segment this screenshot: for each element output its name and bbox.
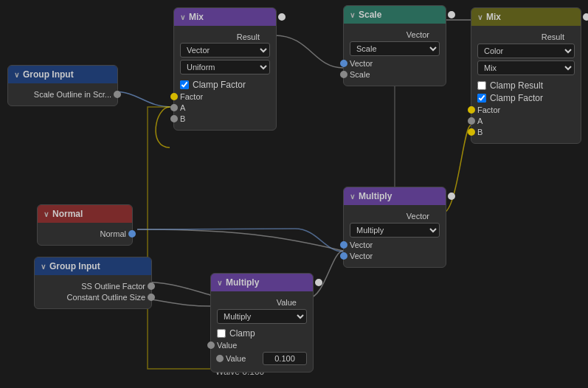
normal-output-row: Normal: [44, 229, 126, 238]
normal-output-label: Normal: [100, 229, 126, 238]
scale-vector-in-label: Vector: [350, 59, 373, 68]
group-input-1-title: Group Input: [23, 69, 74, 80]
constant-outline-label: Constant Outline Size: [67, 293, 145, 302]
mix1-a-row: A: [180, 103, 270, 112]
group-input-node-1: ∨ Group Input Scale Outline in Scr...: [7, 65, 118, 106]
mix2-factor-row: Factor: [477, 105, 575, 114]
multiply1-vec1-socket[interactable]: [340, 241, 347, 249]
multiply2-result-socket[interactable]: [315, 279, 322, 286]
mix2-result-socket[interactable]: [583, 13, 588, 21]
mix1-factor-socket[interactable]: [170, 93, 178, 100]
mix2-clamp-result-checkbox[interactable]: [477, 81, 486, 90]
mix2-dropdown-2[interactable]: Mix: [477, 60, 575, 75]
mix-node-2-title: Mix: [486, 12, 501, 22]
multiply2-result-row: Value: [217, 298, 307, 307]
multiply2-value-num-socket[interactable]: [216, 355, 224, 362]
mix-node-1-header: ∨ Mix: [174, 8, 276, 26]
scale-vector-socket[interactable]: [340, 60, 347, 67]
group-input-node-2: ∨ Group Input SS Outline Factor Constant…: [34, 257, 152, 309]
multiply1-dropdown[interactable]: Multiply: [350, 223, 440, 238]
multiply1-vec2-socket[interactable]: [340, 252, 347, 260]
mix2-b-label: B: [477, 128, 482, 136]
multiply2-clamp-checkbox[interactable]: [217, 329, 226, 338]
collapse-arrow-mul1[interactable]: ∨: [350, 193, 355, 201]
mix1-clamp-factor-label: Clamp Factor: [193, 80, 246, 90]
mix2-factor-socket[interactable]: [468, 106, 475, 114]
multiply2-value-field[interactable]: 0.100: [263, 352, 307, 365]
mix2-factor-label: Factor: [477, 105, 500, 114]
mix2-dropdown-1[interactable]: Color: [477, 44, 575, 58]
ss-outline-socket[interactable]: [148, 283, 155, 290]
constant-outline-socket[interactable]: [148, 294, 155, 301]
normal-output-socket[interactable]: [128, 230, 136, 238]
mix1-factor-label: Factor: [180, 92, 203, 101]
mix-node-2-header: ∨ Mix: [471, 8, 581, 26]
scale-vector-row: Vector: [350, 59, 440, 68]
multiply1-vec1-label: Vector: [350, 240, 373, 249]
multiply2-result-label: Value: [277, 298, 307, 307]
scale-scale-socket[interactable]: [340, 71, 347, 78]
mix1-b-row: B: [180, 114, 270, 123]
mix1-result-row: Result: [180, 32, 270, 41]
mix1-clamp-factor-checkbox[interactable]: [180, 80, 189, 89]
multiply1-result-row: Vector: [350, 212, 440, 221]
scale-result-socket[interactable]: [448, 11, 455, 18]
mix-node-2: ∨ Mix Result Color Mix Clamp Result Clam…: [471, 7, 581, 144]
normal-node-header: ∨ Normal: [38, 205, 132, 223]
collapse-arrow-scale[interactable]: ∨: [350, 11, 355, 19]
collapse-arrow-mix1[interactable]: ∨: [180, 13, 185, 21]
collapse-arrow-normal[interactable]: ∨: [44, 210, 49, 218]
multiply-node-1: ∨ Multiply Vector Multiply Vector Vector: [343, 187, 446, 268]
scale-outline-label: Scale Outline in Scr...: [34, 90, 111, 99]
multiply1-title: Multiply: [359, 191, 392, 201]
scale-node-header: ∨ Scale: [344, 6, 446, 24]
mix2-clamp-factor-checkbox[interactable]: [477, 94, 486, 103]
mix2-a-label: A: [477, 117, 482, 125]
constant-outline-row: Constant Outline Size: [41, 293, 145, 302]
mix2-result-label: Result: [542, 32, 575, 41]
multiply1-vec2-label: Vector: [350, 252, 373, 260]
ss-outline-label: SS Outline Factor: [81, 282, 145, 291]
mix2-a-row: A: [477, 117, 575, 125]
multiply2-value-socket[interactable]: [207, 342, 215, 349]
multiply-node-2: ∨ Multiply Value Multiply Clamp Value Va…: [210, 273, 314, 373]
scale-dropdown[interactable]: Scale: [350, 41, 440, 56]
normal-node-title: Normal: [52, 209, 83, 219]
multiply2-dropdown[interactable]: Multiply: [217, 309, 307, 324]
mix2-clamp-result-label: Clamp Result: [490, 80, 543, 91]
mix2-result-row: Result: [477, 32, 575, 41]
scale-vector-label: Vector: [407, 30, 440, 39]
multiply2-value-text: Value: [226, 354, 246, 363]
mix1-dropdown-2[interactable]: Uniform: [180, 60, 270, 75]
mix1-a-socket[interactable]: [170, 104, 178, 111]
mix1-dropdown-1[interactable]: Vector: [180, 43, 270, 58]
group-input-2-title: Group Input: [49, 261, 100, 271]
multiply1-result-socket[interactable]: [448, 193, 455, 200]
multiply2-clamp-row: Clamp: [217, 328, 307, 339]
multiply2-header: ∨ Multiply: [211, 274, 313, 291]
collapse-arrow-mix2[interactable]: ∨: [477, 13, 482, 21]
mix1-result-socket[interactable]: [278, 13, 286, 21]
mix2-clamp-result-row: Clamp Result: [477, 80, 575, 91]
scale-scale-row: Scale: [350, 70, 440, 79]
mix2-a-socket[interactable]: [468, 117, 475, 125]
mix1-a-label: A: [180, 103, 185, 112]
mix1-b-socket[interactable]: [170, 115, 178, 122]
normal-node: ∨ Normal Normal: [37, 204, 133, 246]
multiply2-value-label: Value: [217, 341, 237, 350]
mix2-clamp-factor-label: Clamp Factor: [490, 93, 543, 103]
mix-node-1: ∨ Mix Result Vector Uniform Clamp Factor…: [173, 7, 277, 131]
collapse-arrow-1[interactable]: ∨: [14, 71, 19, 79]
mix2-b-socket[interactable]: [468, 128, 475, 136]
collapse-arrow-mul2[interactable]: ∨: [217, 279, 222, 287]
ss-outline-row: SS Outline Factor: [41, 282, 145, 291]
multiply1-vec2-row: Vector: [350, 252, 440, 260]
collapse-arrow-gi2[interactable]: ∨: [41, 263, 46, 271]
scale-outline-socket[interactable]: [114, 91, 121, 98]
scale-node-title: Scale: [359, 10, 381, 20]
mix2-b-row: B: [477, 128, 575, 136]
mix1-result-label: Result: [237, 32, 270, 41]
multiply1-result-label: Vector: [407, 212, 440, 221]
mix-node-1-title: Mix: [189, 12, 204, 22]
mix1-clamp-factor-row: Clamp Factor: [180, 80, 270, 90]
